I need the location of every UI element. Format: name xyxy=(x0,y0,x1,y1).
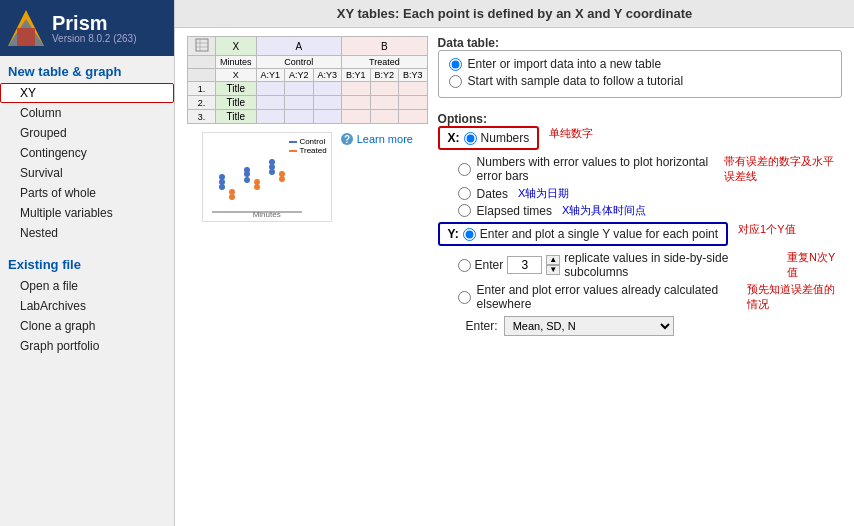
help-icon: ? xyxy=(340,132,354,146)
y-option2-radio[interactable] xyxy=(458,259,471,272)
y-option2-suffix-label: replicate values in side-by-side subcolu… xyxy=(564,251,779,279)
app-version: Version 8.0.2 (263) xyxy=(52,33,137,44)
main-body: X A B Minutes Control Treated X A:Y1 xyxy=(175,28,854,526)
y-label: Y: xyxy=(448,227,459,241)
y-replicate-input[interactable] xyxy=(507,256,542,274)
row3-x: Title xyxy=(216,110,257,124)
data-table-option1-radio[interactable] xyxy=(449,58,462,71)
minutes-header: Minutes xyxy=(216,56,257,69)
stepper-buttons: ▲ ▼ xyxy=(546,255,560,275)
x-option3-row: Dates X轴为日期 xyxy=(458,186,842,201)
chart-scatter xyxy=(207,152,307,217)
sub-by3: B:Y3 xyxy=(399,69,428,82)
learn-more-link[interactable]: ? Learn more xyxy=(340,132,413,146)
x-option3-radio[interactable] xyxy=(458,187,471,200)
sidebar-item-graph-portfolio[interactable]: Graph portfolio xyxy=(0,336,174,356)
page-title: XY tables: Each point is defined by an X… xyxy=(175,0,854,28)
control-header: Control xyxy=(256,56,342,69)
y-option3-row: Enter and plot error values already calc… xyxy=(458,282,842,312)
x-label: X: xyxy=(448,131,460,145)
enter-label: Enter: xyxy=(466,319,498,333)
sidebar-item-labarchives[interactable]: LabArchives xyxy=(0,296,174,316)
data-table-option1-row: Enter or import data into a new table xyxy=(449,57,831,71)
app-logo: Prism Version 8.0.2 (263) xyxy=(0,0,174,56)
options-label: Options: xyxy=(438,112,487,126)
col-b-header: B xyxy=(342,37,428,56)
stepper-up-button[interactable]: ▲ xyxy=(546,255,560,265)
data-table-option2-row: Start with sample data to follow a tutor… xyxy=(449,74,831,88)
x-option4-row: Elapsed times X轴为具体时间点 xyxy=(458,203,842,218)
col-a-header: A xyxy=(256,37,342,56)
x-option1-annotation: 单纯数字 xyxy=(549,126,593,141)
stepper-down-button[interactable]: ▼ xyxy=(546,265,560,275)
x-option2-row: Numbers with error values to plot horizo… xyxy=(458,154,842,184)
sidebar-item-clone-graph[interactable]: Clone a graph xyxy=(0,316,174,336)
sidebar-item-open-file[interactable]: Open a file xyxy=(0,276,174,296)
sub-by2: B:Y2 xyxy=(370,69,399,82)
enter-select-row: Enter: Mean, SD, N Mean, SEM, N Mean, CV… xyxy=(466,316,842,336)
x-option4-label[interactable]: Elapsed times xyxy=(477,204,552,218)
chart-x-axis-label: Minutes xyxy=(253,210,281,219)
y-option1-radio[interactable] xyxy=(463,228,476,241)
y-option1-annotation: 对应1个Y值 xyxy=(738,222,795,237)
x-option2-radio[interactable] xyxy=(458,163,471,176)
app-name: Prism xyxy=(52,13,137,33)
x-option4-radio[interactable] xyxy=(458,204,471,217)
y-option1-label[interactable]: Enter and plot a single Y value for each… xyxy=(480,227,718,241)
y-option1-container: Y: Enter and plot a single Y value for e… xyxy=(438,222,842,246)
svg-rect-2 xyxy=(17,28,35,46)
sub-ay3: A:Y3 xyxy=(313,69,342,82)
table-icon xyxy=(195,38,209,52)
col-x-header: X xyxy=(216,37,257,56)
xy-table-preview: X A B Minutes Control Treated X A:Y1 xyxy=(187,36,428,124)
sidebar-item-grouped[interactable]: Grouped xyxy=(0,123,174,143)
y-option3-annotation: 预先知道误差值的情况 xyxy=(747,282,842,312)
x-option2-annotation: 带有误差的数字及水平误差线 xyxy=(724,154,842,184)
sidebar-item-multiple-variables[interactable]: Multiple variables xyxy=(0,203,174,223)
y-option2-row: Enter ▲ ▼ replicate values in side-by-si… xyxy=(458,250,842,280)
x-option3-label[interactable]: Dates xyxy=(477,187,508,201)
legend-control-icon xyxy=(289,141,297,143)
preview-area: X A B Minutes Control Treated X A:Y1 xyxy=(187,36,428,518)
x-options-row: X: Numbers 单纯数字 xyxy=(438,126,842,150)
y-replicate-stepper: ▲ ▼ xyxy=(507,255,560,275)
y-option3-label[interactable]: Enter and plot error values already calc… xyxy=(477,283,737,311)
legend-treated-icon xyxy=(289,150,297,152)
y-options-indent: Enter ▲ ▼ replicate values in side-by-si… xyxy=(458,250,842,336)
sidebar: Prism Version 8.0.2 (263) New table & gr… xyxy=(0,0,175,526)
chart-legend: Control Treated xyxy=(289,137,326,155)
sub-by1: B:Y1 xyxy=(342,69,371,82)
enter-select[interactable]: Mean, SD, N Mean, SEM, N Mean, CV, N Med… xyxy=(504,316,674,336)
sidebar-item-contingency[interactable]: Contingency xyxy=(0,143,174,163)
legend-control: Control xyxy=(289,137,326,146)
data-table-option2-radio[interactable] xyxy=(449,75,462,88)
x-option2-label[interactable]: Numbers with error values to plot horizo… xyxy=(477,155,714,183)
sidebar-item-nested[interactable]: Nested xyxy=(0,223,174,243)
x-option-box: X: Numbers xyxy=(438,126,540,150)
x-option4-annotation: X轴为具体时间点 xyxy=(562,203,646,218)
data-table-option2-label[interactable]: Start with sample data to follow a tutor… xyxy=(468,74,683,88)
existing-file-section-title: Existing file xyxy=(0,249,174,276)
sidebar-item-column[interactable]: Column xyxy=(0,103,174,123)
sidebar-item-parts-whole[interactable]: Parts of whole xyxy=(0,183,174,203)
sidebar-item-xy[interactable]: XY xyxy=(0,83,174,103)
svg-rect-3 xyxy=(196,39,208,51)
data-table-option1-label[interactable]: Enter or import data into a new table xyxy=(468,57,661,71)
y-option2-prefix-label[interactable]: Enter xyxy=(475,258,504,272)
x-option3-annotation: X轴为日期 xyxy=(518,186,569,201)
sidebar-item-survival[interactable]: Survival xyxy=(0,163,174,183)
x-option1-label[interactable]: Numbers xyxy=(481,131,530,145)
legend-treated: Treated xyxy=(289,146,326,155)
row1-x: Title xyxy=(216,82,257,96)
options-section: Options: X: Numbers 单纯数字 Numbers with er… xyxy=(438,112,842,336)
data-table-options-box: Enter or import data into a new table St… xyxy=(438,50,842,98)
x-option1-radio[interactable] xyxy=(464,132,477,145)
treated-header: Treated xyxy=(342,56,428,69)
x-options-indent: Numbers with error values to plot horizo… xyxy=(458,154,842,218)
chart-preview: Control Treated xyxy=(202,132,332,222)
new-table-section-title: New table & graph xyxy=(0,56,174,83)
y-option3-radio[interactable] xyxy=(458,291,471,304)
data-table-section: Data table: Enter or import data into a … xyxy=(438,36,842,104)
y-option-box: Y: Enter and plot a single Y value for e… xyxy=(438,222,729,246)
sub-x-header: X xyxy=(216,69,257,82)
